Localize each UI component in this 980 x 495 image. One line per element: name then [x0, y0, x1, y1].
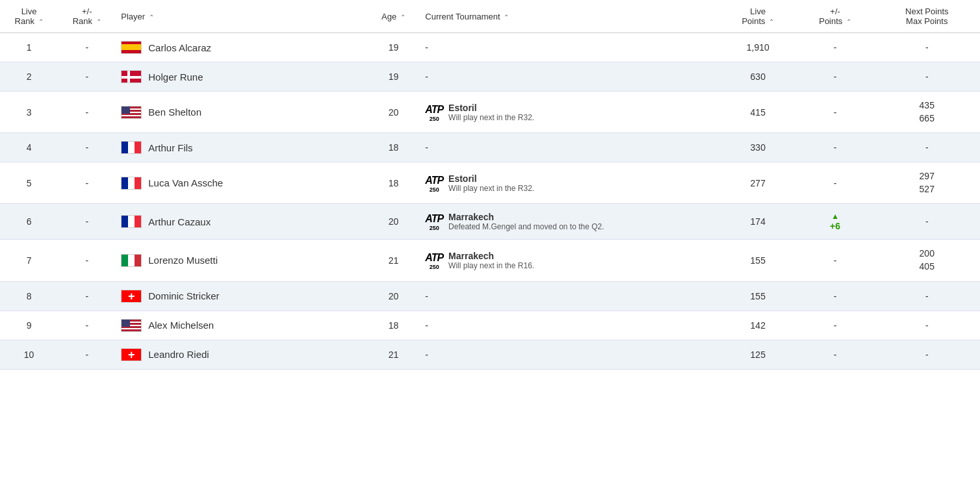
rank-cell: 2 [0, 62, 58, 92]
player-name[interactable]: Holger Rune [148, 71, 203, 82]
plus-minus-rank-cell: - [58, 281, 116, 311]
player-name[interactable]: Carlos Alcaraz [148, 42, 211, 53]
table-header-row: LiveRank ⌃ +/-Rank ⌃ Player ⌃ Age ⌃ Curr… [0, 0, 980, 33]
player-name[interactable]: Luca Van Assche [148, 177, 223, 188]
max-points-value: 405 [920, 260, 935, 273]
col-header-player[interactable]: Player ⌃ [116, 0, 367, 33]
tournament-cell: ATP250MarrakechWill play next in the R16… [420, 240, 719, 281]
tournament-status: Will play next in the R32. [448, 184, 534, 193]
plus-minus-points-cell: - [797, 62, 874, 92]
sort-arrow-live-rank: ⌃ [38, 18, 44, 25]
next-max-points-cell: - [874, 133, 980, 162]
rank-cell: 3 [0, 92, 58, 133]
table-row: 8-Dominic Stricker20-155-- [0, 281, 980, 311]
col-header-age[interactable]: Age ⌃ [367, 0, 420, 33]
player-name[interactable]: Alex Michelsen [148, 320, 214, 331]
tournament-cell: - [420, 33, 719, 62]
next-points-value: 200 [920, 247, 935, 260]
next-max-points-cell: - [874, 204, 980, 240]
max-points-value: 665 [920, 112, 935, 125]
player-name[interactable]: Leandro Riedi [148, 349, 209, 360]
col-header-plus-minus-rank[interactable]: +/-Rank ⌃ [58, 0, 116, 33]
table-body: 1-Carlos Alcaraz19-1,910--2-Holger Rune1… [0, 33, 980, 370]
tournament-cell: - [420, 62, 719, 92]
plus-minus-rank-cell: - [58, 240, 116, 281]
col-header-tournament[interactable]: Current Tournament ⌃ [420, 0, 719, 33]
age-cell: 20 [367, 92, 420, 133]
flag-icon [121, 348, 142, 361]
player-name[interactable]: Ben Shelton [148, 107, 201, 118]
tournament-cell: - [420, 311, 719, 340]
atp-logo: ATP250 [425, 213, 443, 231]
flag-icon [121, 70, 142, 83]
col-header-live-points[interactable]: LivePoints ⌃ [719, 0, 797, 33]
table-row: 6-Arthur Cazaux20ATP250MarrakechDefeated… [0, 204, 980, 240]
next-points-container: 200405 [879, 247, 975, 273]
tournament-name: Marrakech [448, 251, 534, 261]
table-row: 1-Carlos Alcaraz19-1,910-- [0, 33, 980, 62]
flag-icon [121, 41, 142, 54]
tournament-status: Will play next in the R16. [448, 261, 534, 270]
age-cell: 21 [367, 340, 420, 369]
rank-cell: 10 [0, 340, 58, 369]
live-points-cell: 155 [719, 240, 797, 281]
flag-icon [121, 215, 142, 228]
tournament-name: Estoril [448, 173, 534, 184]
age-cell: 18 [367, 311, 420, 340]
col-header-plus-minus-points[interactable]: +/-Points ⌃ [797, 0, 874, 33]
rank-cell: 4 [0, 133, 58, 162]
sort-arrow-plus-minus-rank: ⌃ [96, 18, 101, 25]
col-header-live-rank[interactable]: LiveRank ⌃ [0, 0, 58, 33]
player-name[interactable]: Arthur Cazaux [148, 216, 211, 227]
plus-minus-rank-cell: - [58, 62, 116, 92]
player-name[interactable]: Dominic Stricker [148, 290, 219, 301]
atp-250-label: 250 [430, 225, 439, 231]
col-header-next-max-points: Next PointsMax Points [874, 0, 980, 33]
sort-arrow-live-points: ⌃ [769, 18, 774, 25]
player-cell: Luca Van Assche [116, 162, 367, 204]
sort-arrow-age: ⌃ [400, 14, 406, 21]
player-name[interactable]: Arthur Fils [148, 142, 192, 153]
plus-minus-rank-cell: - [58, 92, 116, 133]
age-cell: 19 [367, 62, 420, 92]
plus-minus-value: +6 [830, 221, 840, 231]
flag-icon [121, 141, 142, 154]
plus-minus-rank-cell: - [58, 133, 116, 162]
plus-minus-rank-cell: - [58, 33, 116, 62]
flag-icon [121, 254, 142, 267]
live-points-cell: 630 [719, 62, 797, 92]
player-cell: Arthur Fils [116, 133, 367, 162]
atp-250-label: 250 [430, 264, 439, 270]
table-row: 9-Alex Michelsen18-142-- [0, 311, 980, 340]
age-cell: 18 [367, 133, 420, 162]
flag-icon [121, 290, 142, 303]
tournament-status: Will play next in the R32. [448, 113, 534, 122]
atp-text: ATP [425, 175, 443, 186]
table-row: 7-Lorenzo Musetti21ATP250MarrakechWill p… [0, 240, 980, 281]
rankings-table: LiveRank ⌃ +/-Rank ⌃ Player ⌃ Age ⌃ Curr… [0, 0, 980, 370]
plus-minus-points-cell: - [797, 162, 874, 204]
tournament-cell: - [420, 133, 719, 162]
atp-text: ATP [425, 213, 443, 225]
flag-icon [121, 106, 142, 119]
live-points-cell: 330 [719, 133, 797, 162]
player-name[interactable]: Lorenzo Musetti [148, 255, 218, 266]
age-cell: 21 [367, 240, 420, 281]
next-max-points-cell: - [874, 281, 980, 311]
next-max-points-cell: - [874, 33, 980, 62]
rank-cell: 7 [0, 240, 58, 281]
table-row: 2-Holger Rune19-630-- [0, 62, 980, 92]
atp-text: ATP [425, 104, 443, 116]
plus-minus-points-cell: - [797, 240, 874, 281]
max-points-value: 527 [920, 183, 935, 196]
age-cell: 20 [367, 281, 420, 311]
tournament-cell: ATP250MarrakechDefeated M.Gengel and mov… [420, 204, 719, 240]
tournament-name: Estoril [448, 103, 534, 113]
next-max-points-cell: - [874, 340, 980, 369]
next-max-points-cell: 435665 [874, 92, 980, 133]
rank-cell: 1 [0, 33, 58, 62]
player-cell: Ben Shelton [116, 92, 367, 133]
table-row: 10-Leandro Riedi21-125-- [0, 340, 980, 369]
plus-minus-points-cell: - [797, 133, 874, 162]
player-cell: Leandro Riedi [116, 340, 367, 369]
